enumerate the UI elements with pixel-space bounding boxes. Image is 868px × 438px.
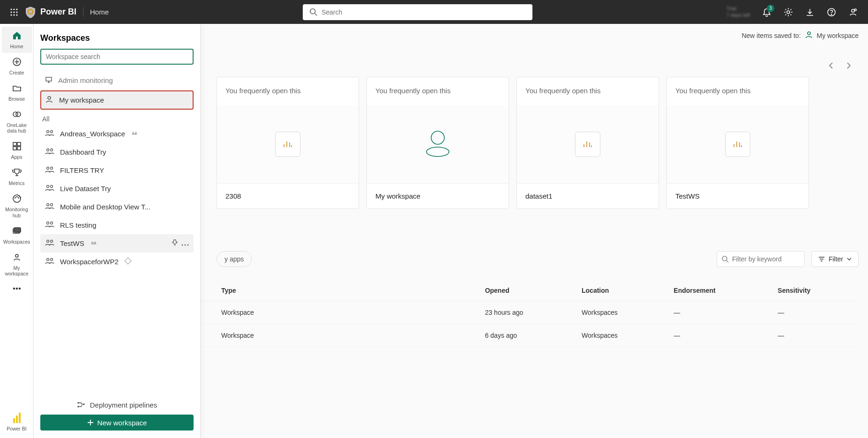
search-icon xyxy=(309,8,318,16)
rail-metrics[interactable]: Metrics xyxy=(2,163,32,190)
col-endorsement[interactable]: Endorsement xyxy=(669,280,773,301)
svg-point-8 xyxy=(16,14,17,15)
more-icon[interactable] xyxy=(181,239,189,247)
card-title: TestWS xyxy=(667,183,808,208)
workspace-item[interactable]: WorkspaceforWP2 xyxy=(40,252,194,271)
workspace-item[interactable]: TestWS xyxy=(40,234,194,252)
apps-icon xyxy=(12,141,22,153)
rail-workspaces[interactable]: Workspaces xyxy=(2,222,32,248)
svg-point-51 xyxy=(51,222,53,224)
settings-button[interactable] xyxy=(779,3,798,22)
card-title: 2308 xyxy=(217,183,359,208)
filter-button[interactable]: Filter xyxy=(811,251,859,267)
svg-point-35 xyxy=(431,131,444,144)
svg-point-50 xyxy=(47,222,49,224)
freq-card[interactable]: You frequently open this 2308 xyxy=(217,77,359,209)
search-input[interactable] xyxy=(303,4,532,20)
diamond-icon xyxy=(124,257,132,266)
carousel-prev[interactable] xyxy=(825,59,838,72)
group-icon xyxy=(45,166,54,175)
my-workspace-row[interactable]: My workspace xyxy=(40,90,194,110)
trial-line-2: 7 days left xyxy=(726,12,750,18)
workspace-item[interactable]: RLS testing xyxy=(40,216,194,234)
workspace-search-input[interactable] xyxy=(40,49,194,65)
col-sensitivity[interactable]: Sensitivity xyxy=(773,280,859,301)
rail-create[interactable]: Create xyxy=(2,53,32,79)
new-workspace-button[interactable]: New workspace xyxy=(40,415,194,431)
svg-point-44 xyxy=(47,167,49,170)
rail-onelake[interactable]: OneLake data hub xyxy=(2,105,32,137)
workspace-item[interactable]: Andreas_Workspace xyxy=(40,125,194,143)
breadcrumb[interactable]: Home xyxy=(83,8,109,16)
workspace-item[interactable]: Mobile and Desktop View T... xyxy=(40,198,194,216)
global-search xyxy=(303,4,532,20)
freq-card[interactable]: You frequently open this My workspace xyxy=(367,77,509,209)
group-icon xyxy=(45,184,54,193)
rail-browse[interactable]: Browse xyxy=(2,79,32,105)
help-button[interactable] xyxy=(822,3,841,22)
admin-monitoring-row[interactable]: Admin monitoring xyxy=(40,71,194,89)
cell-endorsement: — xyxy=(669,301,773,324)
notification-badge: 3 xyxy=(767,5,774,12)
app-launcher-icon[interactable] xyxy=(6,4,22,21)
freq-label: You frequently open this xyxy=(367,77,509,105)
svg-rect-21 xyxy=(17,142,21,146)
col-opened[interactable]: Opened xyxy=(480,280,577,301)
workspace-item[interactable]: Live Dataset Try xyxy=(40,179,194,198)
folder-icon xyxy=(12,83,22,95)
pipelines-icon xyxy=(77,401,85,409)
group-icon xyxy=(45,257,54,266)
rail-home-label: Home xyxy=(10,44,23,49)
rail-more[interactable] xyxy=(2,280,32,296)
svg-point-53 xyxy=(51,240,53,243)
rail-my-workspace-label: My workspace xyxy=(5,265,28,276)
svg-rect-26 xyxy=(14,228,21,232)
rail-monitoring[interactable]: Monitoring hub xyxy=(2,190,32,222)
svg-point-6 xyxy=(10,14,12,15)
rail-my-workspace[interactable]: My workspace xyxy=(2,248,32,280)
notifications-button[interactable]: 3 xyxy=(757,3,776,22)
rail-powerbi-logo[interactable]: Power BI xyxy=(2,408,32,438)
workspace-item-label: WorkspaceforWP2 xyxy=(60,258,119,266)
freq-card[interactable]: You frequently open this dataset1 xyxy=(516,77,659,209)
workspace-person-icon xyxy=(425,129,451,159)
workspace-item-label: Dashboard Try xyxy=(60,148,106,156)
svg-rect-31 xyxy=(13,418,15,423)
freq-card[interactable]: You frequently open this TestWS xyxy=(666,77,809,209)
svg-rect-33 xyxy=(19,413,21,423)
svg-point-29 xyxy=(16,288,18,290)
workspaces-flyout: Workspaces Admin monitoring My workspace… xyxy=(34,24,201,438)
download-button[interactable] xyxy=(801,3,819,22)
workspace-item[interactable]: FILTERS TRY xyxy=(40,161,194,179)
svg-rect-20 xyxy=(13,142,16,146)
topbar-right-tools: Trial 7 days left 3 xyxy=(726,3,862,22)
workspace-item[interactable]: Dashboard Try xyxy=(40,143,194,161)
rail-metrics-label: Metrics xyxy=(9,180,25,186)
deployment-pipelines-row[interactable]: Deployment pipelines xyxy=(40,395,194,415)
premium-icon xyxy=(90,239,97,248)
workspace-item-label: FILTERS TRY xyxy=(60,166,104,174)
svg-point-55 xyxy=(185,245,186,246)
col-location[interactable]: Location xyxy=(577,280,669,301)
monitor-icon xyxy=(45,76,52,85)
workspace-item-label: Mobile and Desktop View T... xyxy=(60,203,150,211)
svg-point-1 xyxy=(13,8,15,10)
workspace-item-label: Live Dataset Try xyxy=(60,185,111,193)
ellipsis-icon xyxy=(12,284,22,292)
my-apps-chip[interactable]: y apps xyxy=(217,251,252,267)
rail-apps[interactable]: Apps xyxy=(2,137,32,163)
rail-home[interactable]: Home xyxy=(2,27,32,53)
brand-label: Power BI xyxy=(40,7,83,17)
deployment-pipelines-label: Deployment pipelines xyxy=(90,401,157,409)
topbar: Power BI Home Trial 7 days left 3 xyxy=(0,0,868,24)
cell-sensitivity: — xyxy=(773,324,859,347)
saved-to-target[interactable]: My workspace xyxy=(817,32,859,39)
carousel-next[interactable] xyxy=(842,59,855,72)
card-art xyxy=(667,105,808,183)
pin-icon[interactable] xyxy=(171,239,179,248)
search-icon xyxy=(721,255,729,263)
card-title: My workspace xyxy=(367,183,509,208)
group-icon xyxy=(45,202,54,211)
account-button[interactable] xyxy=(844,3,862,22)
filter-keyword-input[interactable] xyxy=(717,251,805,267)
